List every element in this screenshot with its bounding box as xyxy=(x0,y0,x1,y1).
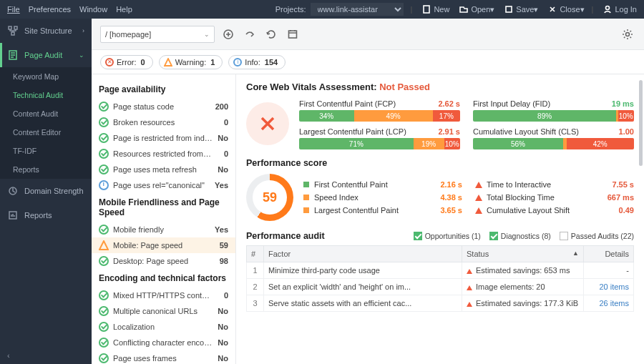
filter-passed[interactable]: Passed Audits (22) xyxy=(560,232,634,240)
sub-content-editor[interactable]: Content Editor xyxy=(0,123,92,142)
new-button[interactable]: New xyxy=(422,5,449,14)
page-audit-submenu: Keyword Map Technical Audit Content Audi… xyxy=(0,67,92,179)
project-select[interactable]: www.link-assistant.com xyxy=(311,3,404,16)
metric-lcp: Largest Contentful Paint (LCP)2.91 s 71%… xyxy=(299,127,460,149)
svg-point-11 xyxy=(626,32,630,36)
check-canonical[interactable]: Page uses rel="canonical"Yes xyxy=(99,177,228,193)
menu-window[interactable]: Window xyxy=(79,5,107,14)
login-button[interactable]: Log In xyxy=(603,5,637,14)
badge-info[interactable]: iInfo: 154 xyxy=(228,55,286,69)
psm-tbt: Total Blocking Time667 ms xyxy=(475,193,634,202)
svg-rect-4 xyxy=(14,26,17,29)
sub-technical-audit[interactable]: Technical Audit xyxy=(0,86,92,104)
section-encoding: Encoding and technical factors xyxy=(99,273,228,283)
nav-page-audit[interactable]: Page Audit⌄ xyxy=(0,43,92,67)
psm-cls: Cumulative Layout Shift0.49 xyxy=(475,206,634,215)
check-mixed[interactable]: Mixed HTTP/HTTPS content issues0 xyxy=(99,287,228,303)
calendar-icon[interactable] xyxy=(285,26,301,42)
check-meta-refresh[interactable]: Page uses meta refreshNo xyxy=(99,162,228,177)
check-restricted-page[interactable]: Page is restricted from indexingNo xyxy=(99,130,228,146)
sub-keyword-map[interactable]: Keyword Map xyxy=(0,67,92,86)
check-mobile-friendly[interactable]: Mobile friendlyYes xyxy=(99,222,228,237)
gear-icon[interactable] xyxy=(620,26,635,42)
info-icon: i xyxy=(233,58,242,67)
nav-reports[interactable]: Reports xyxy=(0,203,92,227)
perf-title: Performance score xyxy=(246,158,634,168)
save-button[interactable]: Save ▾ xyxy=(504,5,538,14)
section-availability: Page availability xyxy=(99,84,228,94)
projects-label: Projects: xyxy=(275,5,306,14)
scrollbar[interactable] xyxy=(639,80,643,166)
error-icon: ✕ xyxy=(105,58,114,67)
audit-row[interactable]: 3Serve static assets with an efficient c… xyxy=(247,295,634,312)
check-mobile-speed[interactable]: Mobile: Page speed59 xyxy=(92,237,235,253)
svg-rect-10 xyxy=(289,31,297,38)
svg-rect-5 xyxy=(11,32,14,35)
col-status[interactable]: Status ▲ xyxy=(462,246,584,262)
check-multi-canon[interactable]: Multiple canonical URLsNo xyxy=(99,303,228,319)
metric-fid: First Input Delay (FID)19 ms 89%10% xyxy=(473,99,634,122)
menu-preferences[interactable]: Preferences xyxy=(29,5,71,14)
svg-rect-0 xyxy=(424,6,429,13)
score-donut: 59 xyxy=(246,174,293,221)
metric-fcp: First Contentful Paint (FCP)2.62 s 34%49… xyxy=(299,99,460,122)
collapse-icon[interactable]: ‹ xyxy=(7,351,10,360)
psm-lcp: Largest Contentful Paint3.65 s xyxy=(303,206,462,215)
col-factor[interactable]: Factor xyxy=(264,246,462,262)
col-n[interactable]: # xyxy=(247,246,264,262)
psm-tti: Time to Interactive7.55 s xyxy=(475,180,634,189)
checks-panel: Page availability Page status code200 Br… xyxy=(92,74,236,364)
sidebar: Site Structure› Page Audit⌄ Keyword Map … xyxy=(0,19,92,364)
check-desktop-speed[interactable]: Desktop: Page speed98 xyxy=(99,253,228,269)
fail-icon xyxy=(246,102,289,145)
check-char-enc[interactable]: Conflicting character encodingNo xyxy=(99,335,228,350)
toolbar: / [homepage]⌄ xyxy=(92,19,644,50)
badge-warning[interactable]: Warning: 1 xyxy=(159,55,223,69)
check-broken[interactable]: Broken resources0 xyxy=(99,114,228,130)
share-icon[interactable] xyxy=(242,26,258,42)
svg-rect-3 xyxy=(9,26,11,29)
audit-row[interactable]: 1Minimize third-party code usageEstimate… xyxy=(247,262,634,279)
check-frames[interactable]: Page uses framesNo xyxy=(99,350,228,364)
detail-panel: Core Web Vitals Assessment: Not Passed F… xyxy=(236,74,644,364)
warning-icon xyxy=(164,58,172,67)
open-button[interactable]: Open ▾ xyxy=(459,5,494,14)
check-localization[interactable]: LocalizationNo xyxy=(99,319,228,335)
sub-tfidf[interactable]: TF-IDF xyxy=(0,142,92,160)
menubar: File Preferences Window Help Projects: w… xyxy=(0,0,644,19)
add-icon[interactable] xyxy=(220,26,236,42)
metric-cls: Cumulative Layout Shift (CLS)1.00 56%42% xyxy=(473,127,634,149)
check-restricted-res[interactable]: Resources restricted from indexing0 xyxy=(99,146,228,162)
sub-content-audit[interactable]: Content Audit xyxy=(0,104,92,123)
audit-row[interactable]: 2Set an explicit 'width' and 'height' on… xyxy=(247,279,634,295)
cwv-title: Core Web Vitals Assessment: Not Passed xyxy=(246,82,634,92)
audit-title: Performance audit xyxy=(246,231,325,241)
svg-rect-1 xyxy=(506,6,512,12)
col-details[interactable]: Details xyxy=(584,246,634,262)
filter-diagnostics[interactable]: Diagnostics (8) xyxy=(489,232,551,240)
page-select[interactable]: / [homepage]⌄ xyxy=(100,26,215,43)
audit-table: # Factor Status ▲ Details 1Minimize thir… xyxy=(246,245,634,312)
filter-opportunities[interactable]: Opportunities (1) xyxy=(414,232,481,240)
section-mobile: Mobile Friendliness and Page Speed xyxy=(99,197,228,217)
nav-site-structure[interactable]: Site Structure› xyxy=(0,19,92,43)
menu-file[interactable]: File xyxy=(7,5,20,14)
svg-point-2 xyxy=(606,6,610,10)
badge-error[interactable]: ✕Error: 0 xyxy=(100,55,153,69)
check-status-code[interactable]: Page status code200 xyxy=(99,99,228,114)
refresh-icon[interactable] xyxy=(263,26,279,42)
close-button[interactable]: Close ▾ xyxy=(548,5,584,14)
menu-help[interactable]: Help xyxy=(116,5,132,14)
sub-reports[interactable]: Reports xyxy=(0,160,92,179)
psm-si: Speed Index4.38 s xyxy=(303,193,462,202)
status-bar: ✕Error: 0 Warning: 1 iInfo: 154 xyxy=(92,50,644,74)
nav-domain-strength[interactable]: Domain Strength xyxy=(0,179,92,203)
psm-fcp: First Contentful Paint2.16 s xyxy=(303,180,462,189)
